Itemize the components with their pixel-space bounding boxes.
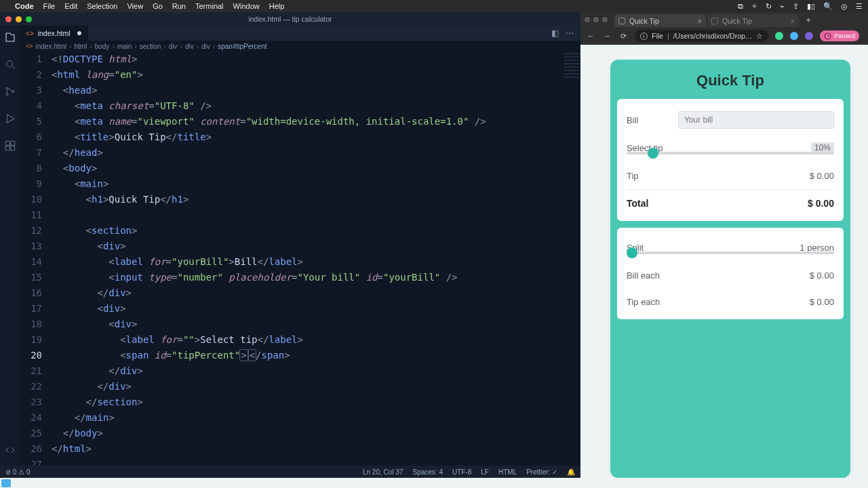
svg-point-1 bbox=[6, 87, 8, 89]
window-traffic-lights[interactable] bbox=[585, 17, 608, 22]
split-slider[interactable] bbox=[627, 251, 834, 254]
menubar-control-center-icon[interactable]: ☰ bbox=[856, 2, 863, 11]
browser-tab[interactable]: Quick Tip × bbox=[614, 14, 706, 27]
dirty-indicator-icon bbox=[77, 31, 81, 35]
svg-rect-6 bbox=[5, 146, 9, 150]
extension-icon[interactable] bbox=[775, 32, 783, 40]
fullscreen-window-icon[interactable] bbox=[602, 17, 608, 22]
search-icon[interactable] bbox=[4, 58, 16, 73]
bill-label: Bill bbox=[627, 115, 638, 125]
html-file-icon: <> bbox=[26, 43, 33, 49]
svg-rect-7 bbox=[11, 146, 15, 150]
menu-window[interactable]: Window bbox=[233, 2, 260, 10]
svg-rect-5 bbox=[11, 141, 15, 145]
explorer-icon[interactable] bbox=[4, 31, 16, 46]
browser-window: Quick Tip × Quick Tip × + ← → ⟳ i bbox=[580, 12, 868, 478]
status-spaces[interactable]: Spaces: 4 bbox=[412, 468, 442, 476]
close-tab-icon[interactable]: × bbox=[791, 17, 795, 25]
reload-icon[interactable]: ⟳ bbox=[618, 32, 628, 41]
favicon-icon bbox=[618, 18, 625, 24]
minimap[interactable] bbox=[564, 53, 579, 80]
status-ln-col[interactable]: Ln 20, Col 37 bbox=[363, 468, 403, 476]
browser-toolbar: ← → ⟳ i File | /Users/chrisdixon/Drop… ☆ bbox=[580, 27, 868, 45]
status-bell-icon[interactable]: 🔔 bbox=[567, 468, 575, 476]
svg-rect-4 bbox=[5, 141, 9, 145]
menu-run[interactable]: Run bbox=[172, 2, 186, 10]
split-editor-icon[interactable]: ◧ bbox=[551, 28, 559, 38]
total-value: $ 0.00 bbox=[808, 198, 834, 209]
close-tab-icon[interactable]: × bbox=[698, 17, 702, 25]
status-formatter[interactable]: Prettier: ✓ bbox=[526, 468, 557, 476]
menubar-status-icon[interactable]: ⧉ bbox=[738, 2, 743, 11]
close-window-icon[interactable] bbox=[585, 17, 590, 22]
status-problems[interactable]: ⊘ 0 ⚠ 0 bbox=[5, 468, 30, 476]
menubar-status-icon[interactable]: ⌁ bbox=[780, 2, 785, 11]
tip-value: $ 0.00 bbox=[810, 171, 834, 181]
status-encoding[interactable]: UTF-8 bbox=[452, 468, 471, 476]
extensions-icon[interactable] bbox=[4, 140, 16, 155]
tip-slider[interactable] bbox=[627, 152, 834, 155]
total-label: Total bbox=[627, 198, 648, 209]
site-info-icon[interactable]: i bbox=[640, 33, 648, 40]
tip-each-value: $ 0.00 bbox=[810, 297, 834, 307]
run-debug-icon[interactable] bbox=[4, 113, 16, 127]
menu-go[interactable]: Go bbox=[153, 2, 163, 10]
tip-each-label: Tip each bbox=[627, 297, 660, 307]
editor-tabs: <> index.html ◧ ⋯ bbox=[20, 26, 580, 41]
slider-thumb[interactable] bbox=[648, 148, 658, 159]
extension-icon[interactable] bbox=[805, 32, 813, 40]
menu-file[interactable]: File bbox=[43, 2, 56, 10]
new-tab-icon[interactable]: + bbox=[803, 14, 814, 25]
avatar-icon: C bbox=[824, 33, 831, 40]
slider-thumb[interactable] bbox=[627, 247, 637, 258]
browser-viewport: Quick Tip Bill Select tip 10% bbox=[580, 45, 868, 478]
extension-icon[interactable] bbox=[790, 32, 798, 40]
bill-input[interactable] bbox=[678, 111, 834, 129]
menu-help[interactable]: Help bbox=[269, 2, 285, 10]
menu-terminal[interactable]: Terminal bbox=[195, 2, 224, 10]
tab-label: index.html bbox=[38, 29, 71, 37]
svg-point-0 bbox=[7, 61, 13, 67]
bill-each-value: $ 0.00 bbox=[810, 270, 834, 281]
url-scheme: File bbox=[652, 32, 663, 40]
svg-point-3 bbox=[12, 91, 14, 93]
more-actions-icon[interactable]: ⋯ bbox=[566, 28, 574, 38]
browser-tabs: Quick Tip × Quick Tip × + bbox=[580, 12, 868, 27]
code-editor[interactable]: 1<!DOCTYPE html>2<html lang="en">3 <head… bbox=[20, 52, 580, 466]
status-eol[interactable]: LF bbox=[481, 468, 489, 476]
back-icon[interactable]: ← bbox=[586, 32, 595, 40]
remote-icon[interactable] bbox=[4, 444, 16, 459]
mac-menu-bar: Code File Edit Selection View Go Run Ter… bbox=[0, 0, 868, 12]
menu-app-name[interactable]: Code bbox=[15, 2, 34, 10]
app-title: Quick Tip bbox=[610, 60, 850, 99]
vscode-title-bar: index.html — tip calculator bbox=[0, 12, 580, 26]
dock[interactable] bbox=[0, 478, 868, 488]
menubar-battery-icon[interactable]: ▮▯ bbox=[807, 2, 815, 11]
menubar-siri-icon[interactable]: ◎ bbox=[841, 2, 848, 11]
menubar-wifi-icon[interactable]: ⇪ bbox=[793, 2, 799, 11]
menubar-status-icon[interactable]: ✧ bbox=[751, 2, 757, 11]
editor-tab-index-html[interactable]: <> index.html bbox=[20, 26, 89, 41]
bill-each-label: Bill each bbox=[627, 270, 660, 281]
svg-point-2 bbox=[6, 94, 8, 96]
source-control-icon[interactable] bbox=[4, 85, 16, 100]
window-title: index.html — tip calculator bbox=[0, 15, 580, 23]
profile-paused-badge[interactable]: C Paused bbox=[820, 30, 859, 41]
favicon-icon bbox=[711, 18, 718, 24]
tip-label: Tip bbox=[627, 171, 639, 181]
menubar-spotlight-icon[interactable]: 🔍 bbox=[823, 2, 833, 11]
breadcrumb[interactable]: <> index.html› html› body› main› section… bbox=[20, 41, 580, 52]
forward-icon[interactable]: → bbox=[602, 32, 612, 40]
menubar-status-icon[interactable]: ↻ bbox=[766, 2, 772, 11]
tab-title: Quick Tip bbox=[629, 17, 659, 25]
bookmark-star-icon[interactable]: ☆ bbox=[756, 32, 763, 40]
menu-view[interactable]: View bbox=[127, 2, 143, 10]
menu-edit[interactable]: Edit bbox=[64, 2, 77, 10]
status-language[interactable]: HTML bbox=[498, 468, 517, 476]
browser-tab[interactable]: Quick Tip × bbox=[707, 14, 799, 27]
address-bar[interactable]: i File | /Users/chrisdixon/Drop… ☆ bbox=[635, 30, 768, 42]
menu-selection[interactable]: Selection bbox=[87, 2, 117, 10]
activity-bar bbox=[0, 26, 20, 466]
panel-split: Split 1 person Bill each $ 0.00 Tip each bbox=[617, 228, 844, 319]
minimize-window-icon[interactable] bbox=[593, 17, 599, 22]
